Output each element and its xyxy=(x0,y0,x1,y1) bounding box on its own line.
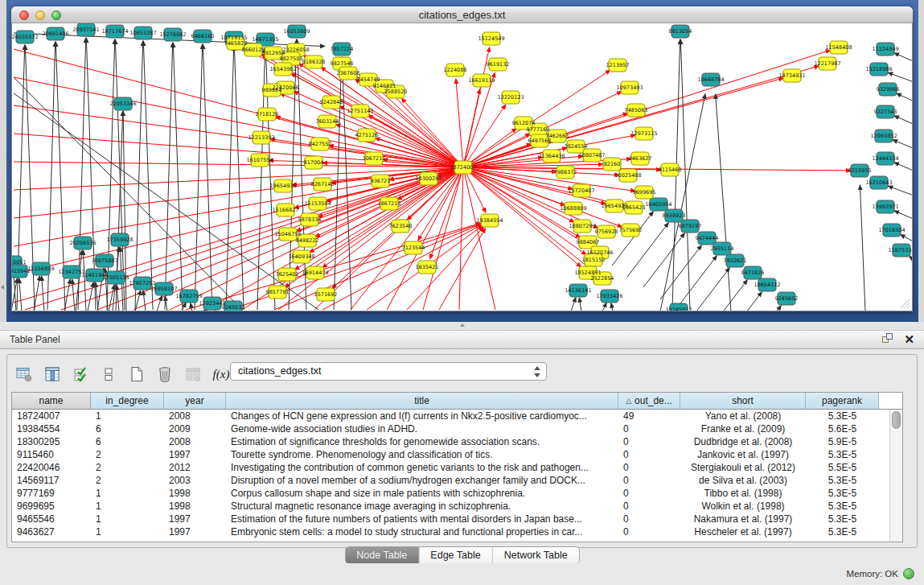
graph-node-label: 1213957 xyxy=(606,62,630,68)
column-header-year[interactable]: year xyxy=(164,393,226,409)
graph-node-label: 1867213 xyxy=(378,200,401,207)
delete-table-icon[interactable] xyxy=(156,365,174,383)
table-cell: 0 xyxy=(618,525,680,538)
table-row[interactable]: 977716911998Corpus callosum shape and si… xyxy=(12,487,889,500)
left-splitter-handle[interactable] xyxy=(0,283,6,290)
graph-node-label: 16107554 xyxy=(246,157,273,163)
column-header-name[interactable]: name xyxy=(12,393,91,409)
column-header-title[interactable]: title xyxy=(226,393,618,409)
column-header-in_degree[interactable]: in_degree xyxy=(91,393,164,409)
graph-node-label: 9474444 xyxy=(696,235,719,241)
graph-node-label: 21364436 xyxy=(538,153,565,159)
table-settings-icon[interactable] xyxy=(15,365,33,383)
tab-network-table[interactable]: Network Table xyxy=(493,547,579,563)
memory-status-label: Memory: OK xyxy=(846,569,898,579)
close-panel-icon[interactable]: ✕ xyxy=(904,333,914,345)
network-panel-frame: citations_edges.txt 24035572206914062893… xyxy=(6,0,918,322)
network-table-select[interactable]: citations_edges.txt xyxy=(230,362,547,381)
table-row[interactable]: 1830029562008Estimation of significance … xyxy=(12,435,889,448)
graph-node-label: 8938923 xyxy=(663,212,686,219)
table-cell: 9777169 xyxy=(12,487,91,500)
window-titlebar[interactable]: citations_edges.txt xyxy=(11,6,913,23)
table-row[interactable]: 946554611997Estimation of the future num… xyxy=(12,513,889,525)
graph-canvas[interactable]: 2403557220691406289371411871767410653287… xyxy=(11,23,913,311)
selection-mode-icon[interactable] xyxy=(72,365,89,383)
table-cell: 2003 xyxy=(164,474,226,487)
graph-node-label: 16053809 xyxy=(283,28,310,35)
graph-node-label: 9827503 xyxy=(280,56,303,62)
table-cell: 0 xyxy=(618,422,680,435)
column-header-pagerank[interactable]: pagerank xyxy=(806,393,879,409)
graph-node-label: 9245652 xyxy=(775,295,799,302)
graph-node-label: 30975887 xyxy=(91,257,117,264)
table-cell: 1 xyxy=(91,513,164,525)
graph-node-label: 7465822 xyxy=(224,40,248,47)
show-columns-icon[interactable] xyxy=(43,365,61,383)
graph-node-label: 18724007 xyxy=(450,164,476,171)
graph-node-label: 7986372 xyxy=(554,169,577,175)
graph-node-label: 9245032 xyxy=(222,304,245,311)
function-builder-icon[interactable]: f(x) xyxy=(212,365,230,383)
graph-node-label: 4498222 xyxy=(296,237,319,244)
new-table-icon[interactable] xyxy=(128,365,146,383)
graph-node-label: 12973115 xyxy=(630,130,657,137)
graph-node-label: 9857791 xyxy=(266,289,290,295)
table-panel-header: Table Panel ✕ xyxy=(0,330,924,349)
graph-node-label: 15276062 xyxy=(159,31,186,38)
resize-grip-icon[interactable] xyxy=(897,298,910,309)
graph-node-label: 2935114 xyxy=(711,245,734,252)
table-cell: 1 xyxy=(91,525,164,538)
tab-node-table[interactable]: Node Table xyxy=(345,547,419,563)
graph-node-label: 9699695 xyxy=(633,189,656,196)
scrollbar-thumb[interactable] xyxy=(892,411,901,429)
graph-node-label: 15166827 xyxy=(272,207,298,213)
column-header-label: year xyxy=(185,395,203,406)
table-cell: 5.3E-5 xyxy=(806,410,879,422)
row-height-icon[interactable] xyxy=(100,365,117,383)
column-header-label: short xyxy=(732,395,754,406)
horizontal-splitter[interactable] xyxy=(0,322,924,330)
graph-node-label: 16210643 xyxy=(865,179,892,186)
graph-node-label: 16120746 xyxy=(586,249,613,256)
graph-node-label: 18717674 xyxy=(101,28,128,35)
table-row[interactable]: 1456911722003Disruption of a novel membe… xyxy=(12,474,889,487)
table-cell: 22420046 xyxy=(12,461,91,474)
graph-node-label: 7123544 xyxy=(402,245,425,251)
graph-node-label: 8267140 xyxy=(311,181,335,187)
table-cell: 9465546 xyxy=(12,513,91,525)
table-cell: 5.6E-5 xyxy=(806,422,879,435)
graph-node-label: 17359928 xyxy=(106,237,133,243)
graph-node-label: 19245012 xyxy=(665,307,692,311)
graph-node-label: 936721 xyxy=(371,178,391,184)
column-header-out_de[interactable]: △out_de... xyxy=(618,393,680,409)
table-row[interactable]: 969969511998Structural magnetic resonanc… xyxy=(12,500,889,513)
graph-node-label: 16409348 xyxy=(288,253,314,260)
graph-node-label: 9463627 xyxy=(629,155,652,162)
graph-node-label: 6466160 xyxy=(191,33,215,39)
graph-node-label: 2522854 xyxy=(591,275,614,282)
table-cell: 1 xyxy=(91,487,164,500)
graph-node-label: 10807487 xyxy=(578,152,605,159)
table-row[interactable]: 946362711997Embryonic stem cells: a mode… xyxy=(12,525,889,538)
column-header-short[interactable]: short xyxy=(680,393,806,409)
graph-node-label: 15218986 xyxy=(865,66,892,72)
table-row[interactable]: 1872400712008Changes of HCN gene express… xyxy=(12,410,889,422)
status-bar: Memory: OK xyxy=(0,563,924,585)
graph-node-label: 15720407 xyxy=(568,187,594,194)
tab-edge-table[interactable]: Edge Table xyxy=(419,547,492,563)
float-panel-icon[interactable] xyxy=(882,333,894,345)
table-row[interactable]: 911546021997Tourette syndrome. Phenomeno… xyxy=(12,448,889,461)
table-cell: 19384554 xyxy=(12,422,91,435)
table-cell: Tourette syndrome. Phenomenology and cla… xyxy=(226,448,618,461)
table-cell: 1997 xyxy=(164,513,226,525)
graph-node-label: 16914479 xyxy=(302,270,328,276)
splitter-handle-icon[interactable] xyxy=(458,323,466,328)
graph-node-label: 7932621 xyxy=(724,257,747,264)
table-cell: 2 xyxy=(91,474,164,487)
graph-node-label: 9827546 xyxy=(331,60,354,67)
citation-network-graph[interactable]: 2403557220691406289371411871767410653287… xyxy=(12,23,912,311)
vertical-scrollbar[interactable] xyxy=(889,410,902,542)
table-cell: 1997 xyxy=(164,448,226,461)
table-row[interactable]: 2242004622012Investigating the contribut… xyxy=(12,461,889,474)
table-row[interactable]: 1938455462009Genome-wide association stu… xyxy=(12,422,889,435)
